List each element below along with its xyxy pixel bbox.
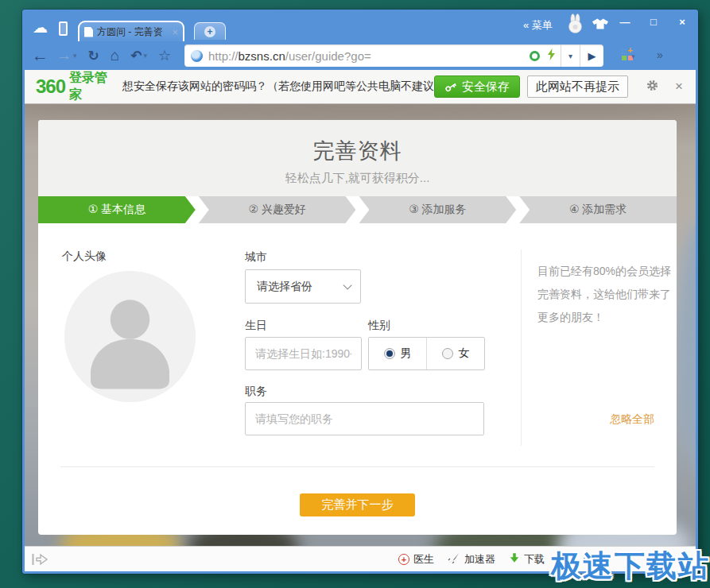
window-controls: — □ × [619,16,689,28]
gender-group: 男 女 [368,337,485,370]
accelerator-tool[interactable]: 加速器 [448,552,495,567]
url-host: bzsns.cn [239,49,285,63]
accelerator-label: 加速器 [464,552,495,567]
titlebar: ☁ 方圆间 - 完善资 × + « 菜单 — □ × [22,10,698,41]
horizontal-divider [60,466,654,467]
step-interests[interactable]: ② 兴趣爱好 [199,196,356,223]
safe-save-label: 安全保存 [462,79,510,95]
gender-male-option[interactable]: 男 [369,338,427,369]
tab-title: 方圆间 - 完善资 [97,25,168,39]
page-subtitle: 轻松点几下,就可获得积分... [38,171,677,186]
safe-save-button[interactable]: 安全保存 [434,75,520,98]
step-add-services[interactable]: ③ 添加服务 [359,196,517,223]
chevron-down-icon [343,280,351,289]
download-label: 下载 [524,552,545,567]
sidebar-toggle-icon[interactable] [31,552,50,570]
dismiss-label: 此网站不再提示 [536,79,619,95]
theme-shirt-icon[interactable] [592,17,609,33]
dismiss-site-button[interactable]: 此网站不再提示 [527,75,628,98]
recent-pages-button[interactable]: ↶ [130,48,142,64]
cloud-sync-icon[interactable]: ☁ [33,18,48,37]
site-globe-icon [191,50,203,62]
job-label: 职务 [245,385,267,399]
recent-dropdown-icon[interactable]: ▾ [144,52,148,60]
step-basic-info[interactable]: ① 基本信息 [38,196,196,223]
download-tool[interactable]: 下载 [509,552,545,567]
maximize-button[interactable]: □ [647,16,660,28]
radio-unselected-icon [442,348,453,359]
notify-close-icon[interactable]: × [675,79,683,95]
more-tools-icon[interactable]: » [657,48,663,61]
profile-card: 完善资料 轻松点几下,就可获得积分... ① 基本信息 ② 兴趣爱好 ③ 添加服… [38,120,677,535]
key-icon [443,79,458,94]
doctor-label: 医生 [413,552,434,567]
go-button[interactable]: ▶ [580,44,603,67]
gender-female-option[interactable]: 女 [427,338,484,369]
web-page: 完善资料 轻松点几下,就可获得积分... ① 基本信息 ② 兴趣爱好 ③ 添加服… [25,104,696,546]
new-tab-button[interactable]: + [194,22,226,40]
tab-close-icon[interactable]: × [172,26,178,38]
forward-dropdown-icon[interactable]: ▾ [73,52,77,60]
avatar-placeholder[interactable] [64,271,196,402]
job-input[interactable] [245,402,484,435]
page-title: 完善资料 [38,120,677,165]
male-label: 男 [401,346,412,361]
notify-message: 想安全保存该网站的密码吗？（若您使用网吧等公共电脑不建议 [122,79,434,94]
screenshot-icon[interactable] [530,51,540,61]
plus-icon: + [204,26,215,37]
red-cross-icon: + [398,554,409,565]
password-manager-bar: 360 登录管家 想安全保存该网站的密码吗？（若您使用网吧等公共电脑不建议 安全… [25,70,696,104]
download-arrow-icon [509,552,520,566]
minimize-button[interactable]: — [619,16,631,28]
city-label: 城市 [245,250,267,265]
step-add-needs[interactable]: ④ 添加需求 [519,196,677,223]
url-path: /user/guide?go= [285,49,371,63]
birthday-input[interactable] [245,337,362,370]
bookmark-star-icon[interactable]: ☆ [158,47,171,64]
card-header: 完善资料 轻松点几下,就可获得积分... [38,120,677,196]
rocket-icon [448,552,460,566]
promo-text: 目前已经有80%的会员选择完善资料，这给他们带来了更多的朋友！ [537,260,677,329]
extensions-dropdown-icon[interactable]: ▾ [631,52,635,60]
province-select[interactable]: 请选择省份 [245,269,361,304]
brand-360-logo: 360 [36,75,65,98]
chevron-down-icon: ▾ [568,52,572,60]
vertical-divider [521,250,522,446]
radio-selected-icon [384,348,395,359]
page-icon [84,27,93,37]
menu-button[interactable]: « 菜单 [523,18,553,33]
site-watermark: 极速下载站 [551,546,710,586]
home-button[interactable]: ⌂ [111,47,119,64]
forward-button[interactable]: → [56,47,72,64]
back-button[interactable]: ← [32,46,48,65]
browser-tab[interactable]: 方圆间 - 完善资 × [78,21,184,41]
go-arrow-icon: ▶ [588,50,596,62]
doctor-tool[interactable]: + 医生 [398,552,434,567]
browser-window: ☁ 方圆间 - 完善资 × + « 菜单 — □ × [22,10,698,574]
address-bar[interactable]: http://bzsns.cn/user/guide?go= ▾ ▶ [184,44,603,67]
refresh-button[interactable]: ↻ [88,48,99,64]
rabbit-mascot-icon[interactable] [566,14,584,37]
desktop-background: ☁ 方圆间 - 完善资 × + « 菜单 — □ × [0,0,710,588]
province-select-value: 请选择省份 [257,280,312,294]
birthday-label: 生日 [245,319,267,333]
gender-label: 性别 [368,319,390,333]
ignore-all-link[interactable]: 忽略全部 [610,412,654,427]
url-scheme: http:// [208,49,239,63]
brand-name: 登录管家 [69,70,110,103]
avatar-label: 个人头像 [62,250,107,264]
url-dropdown-button[interactable]: ▾ [561,44,580,67]
url-text[interactable]: http://bzsns.cn/user/guide?go= [208,49,530,63]
speed-bolt-icon[interactable] [547,48,556,64]
mobile-icon[interactable] [59,21,68,36]
navigation-toolbar: ← → ▾ ↻ ⌂ ↶ ▾ ☆ http://bzsns.cn/user/gui… [22,41,698,70]
gear-icon[interactable] [646,79,659,95]
submit-next-button[interactable]: 完善并下一步 [300,493,415,516]
step-progress-bar: ① 基本信息 ② 兴趣爱好 ③ 添加服务 ④ 添加需求 [38,196,677,223]
female-label: 女 [459,346,470,361]
close-button[interactable]: × [676,16,689,28]
